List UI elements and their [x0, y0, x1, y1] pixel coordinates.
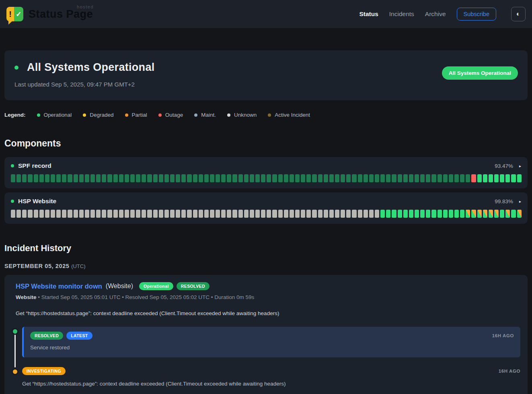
- uptime-bar-unknown: [312, 210, 316, 218]
- status-page-logo-icon: ! ✓: [6, 7, 23, 21]
- brand[interactable]: ! ✓ Status Page hosted: [6, 7, 93, 21]
- uptime-bar-op_dim: [164, 174, 169, 182]
- uptime-bar-unknown: [107, 210, 112, 218]
- uptime-bar-op_dim: [142, 174, 146, 182]
- timeline-badge-resolved: RESOLVED: [30, 332, 63, 340]
- uptime-bar-op: [489, 174, 493, 182]
- legend-dot-icon: [268, 113, 271, 117]
- incident-badge-resolved: RESOLVED: [177, 282, 210, 290]
- top-bar: ! ✓ Status Page hosted StatusIncidentsAr…: [0, 0, 532, 28]
- legend-item-unknown: Unknown: [227, 112, 257, 118]
- overall-status-badge: All Systems Operational: [442, 66, 518, 80]
- uptime-bar-op_dim: [352, 174, 356, 182]
- timeline-entry: RESOLVEDLATEST16H AGOService restored: [12, 327, 520, 357]
- uptime-bar-unknown: [329, 210, 334, 218]
- uptime-bar-op_dim: [306, 174, 311, 182]
- uptime-bar-mixed: [505, 210, 510, 218]
- nav-link-status[interactable]: Status: [359, 10, 378, 18]
- expand-arrow-icon[interactable]: ▸: [519, 199, 521, 204]
- check-icon: ✓: [14, 7, 23, 21]
- expand-arrow-icon[interactable]: ▸: [519, 164, 521, 168]
- uptime-bar-unknown: [142, 210, 146, 218]
- legend-item-label: Active Incident: [275, 112, 310, 118]
- uptime-bar-unknown: [34, 210, 38, 218]
- uptime-bar-mixed: [471, 210, 476, 218]
- uptime-bar-op_dim: [130, 174, 135, 182]
- timeline-entry-time: 16H AGO: [499, 369, 520, 373]
- nav-link-archive[interactable]: Archive: [425, 10, 446, 18]
- uptime-bar-unknown: [16, 210, 21, 218]
- uptime-bar-unknown: [341, 210, 345, 218]
- uptime-bar-op_dim: [426, 174, 430, 182]
- incident-timeline: RESOLVEDLATEST16H AGOService restoredINV…: [12, 327, 520, 387]
- uptime-bar-unknown: [176, 210, 180, 218]
- uptime-bar-unknown: [375, 210, 379, 218]
- incident-component-suffix: (Website): [106, 283, 133, 290]
- uptime-bars: [11, 210, 521, 218]
- subscribe-button[interactable]: Subscribe: [457, 8, 496, 21]
- component-uptime-percent: 93.47%: [495, 163, 513, 169]
- uptime-bar-unknown: [261, 210, 265, 218]
- uptime-bar-op_dim: [136, 174, 140, 182]
- uptime-bar-op: [517, 174, 522, 182]
- incident-meta-details: • Started Sep 05, 2025 05:01 UTC • Resol…: [38, 294, 254, 300]
- uptime-bar-op: [415, 210, 419, 218]
- legend-dot-icon: [37, 113, 40, 117]
- components-list: SPF record93.47%▸HSP Website99.83%▸: [4, 157, 528, 224]
- uptime-bar-unknown: [96, 210, 101, 218]
- legend-item-label: Degraded: [90, 112, 113, 118]
- uptime-bar-unknown: [45, 210, 49, 218]
- uptime-bar-op_dim: [11, 174, 15, 182]
- uptime-bar-mixed: [477, 210, 482, 218]
- uptime-bar-op_dim: [398, 174, 402, 182]
- uptime-bar-mixed: [494, 210, 499, 218]
- component-card-spf-record: SPF record93.47%▸: [4, 157, 528, 188]
- uptime-bar-op_dim: [34, 174, 38, 182]
- timeline-entry: INVESTIGATING16H AGOGet “https://hosteds…: [12, 367, 520, 387]
- incident-date-heading: SEPTEMBER 05, 2025 (UTC): [4, 263, 528, 269]
- uptime-bar-op_dim: [329, 174, 334, 182]
- uptime-bar-op_dim: [51, 174, 55, 182]
- uptime-bar-unknown: [102, 210, 106, 218]
- brand-name: Status Page hosted: [29, 9, 93, 20]
- uptime-bar-op_dim: [375, 174, 379, 182]
- incident-meta: Website • Started Sep 05, 2025 05:01 UTC…: [12, 294, 520, 300]
- uptime-bar-unknown: [290, 210, 294, 218]
- uptime-bar-op_dim: [147, 174, 152, 182]
- uptime-bar-op_dim: [153, 174, 158, 182]
- uptime-bar-op_dim: [90, 174, 95, 182]
- uptime-bar-op_dim: [193, 174, 197, 182]
- timeline-badge-investigating: INVESTIGATING: [22, 367, 66, 375]
- uptime-bar-op: [477, 174, 482, 182]
- incident-title-link[interactable]: HSP Website monitor down: [16, 283, 102, 290]
- component-name-wrap: SPF record: [11, 162, 495, 169]
- uptime-bar-op_dim: [318, 174, 322, 182]
- uptime-bar-op_dim: [261, 174, 265, 182]
- component-header[interactable]: HSP Website99.83%▸: [11, 198, 521, 205]
- uptime-bar-unknown: [159, 210, 163, 218]
- uptime-bar-op_dim: [358, 174, 362, 182]
- uptime-bar-op_dim: [176, 174, 180, 182]
- uptime-bar-op_dim: [301, 174, 305, 182]
- uptime-bar-op: [511, 210, 516, 218]
- uptime-bar-unknown: [204, 210, 209, 218]
- uptime-bar-op: [438, 210, 442, 218]
- uptime-bar-unknown: [62, 210, 66, 218]
- legend: Legend: OperationalDegradedPartialOutage…: [4, 112, 528, 118]
- legend-item-label: Partial: [132, 112, 147, 118]
- timeline-dot: [12, 328, 18, 335]
- nav-link-incidents[interactable]: Incidents: [389, 10, 414, 18]
- uptime-bar-op_dim: [85, 174, 89, 182]
- uptime-bar-op_dim: [431, 174, 436, 182]
- uptime-bar-unknown: [22, 210, 27, 218]
- uptime-bar-unknown: [11, 210, 15, 218]
- component-status-dot: [11, 164, 14, 167]
- uptime-bar-op_dim: [403, 174, 408, 182]
- uptime-bar-op_dim: [272, 174, 277, 182]
- component-header[interactable]: SPF record93.47%▸: [11, 162, 521, 169]
- theme-toggle-button[interactable]: ◐: [511, 7, 526, 21]
- timeline-entry-message: Service restored: [30, 344, 514, 351]
- uptime-bar-op_dim: [62, 174, 66, 182]
- legend-item-label: Unknown: [234, 112, 257, 118]
- timeline-entry-header: INVESTIGATING16H AGO: [22, 367, 520, 375]
